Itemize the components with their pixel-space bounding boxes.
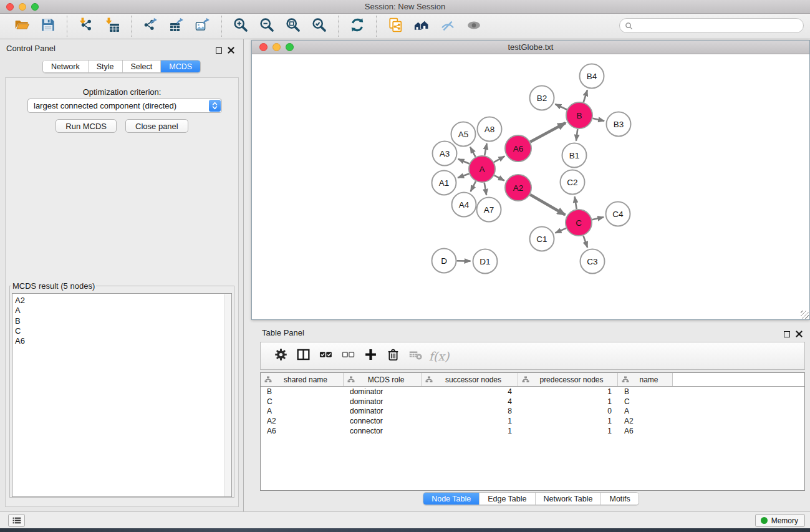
task-history-button[interactable] [8, 514, 25, 527]
edge-B-B1[interactable] [576, 129, 577, 141]
node-C2[interactable]: C2 [561, 170, 585, 195]
hide-panel-button[interactable] [438, 17, 457, 36]
table-row[interactable]: A6connector11A6 [261, 426, 804, 436]
node-B1[interactable]: B1 [562, 143, 587, 168]
network-window-titlebar[interactable]: testGlobe.txt [252, 41, 809, 54]
table-cell[interactable]: 1 [518, 397, 618, 406]
network-close-button[interactable] [259, 43, 268, 51]
node-A[interactable]: A [469, 156, 495, 182]
table-settings-button[interactable] [269, 346, 292, 366]
export-image-button[interactable] [193, 17, 212, 36]
table-cell[interactable]: dominator [344, 407, 422, 415]
node-C4[interactable]: C4 [606, 202, 630, 226]
edge-C-C1[interactable] [556, 228, 566, 233]
node-C1[interactable]: C1 [530, 227, 554, 251]
edge-B-B3[interactable] [593, 118, 605, 121]
import-table-button[interactable] [103, 17, 122, 36]
add-column-button[interactable] [359, 346, 382, 366]
edge-A2-C[interactable] [530, 195, 565, 215]
optimization-criterion-select[interactable]: largest connected component (directed) [27, 99, 222, 113]
search-box[interactable] [619, 18, 804, 33]
table-cell[interactable]: A2 [618, 417, 673, 425]
edge-C-C4[interactable] [592, 217, 604, 220]
tab-edge-table[interactable]: Edge Table [479, 493, 534, 505]
show-panel-button[interactable] [465, 17, 483, 36]
show-columns-button[interactable] [292, 346, 314, 366]
node-B4[interactable]: B4 [580, 64, 604, 89]
open-session-button[interactable] [12, 17, 31, 36]
edge-B-B4[interactable] [584, 90, 587, 102]
mcds-result-item[interactable]: B [12, 316, 231, 326]
table-cell[interactable]: 1 [422, 427, 518, 435]
home-layout-button[interactable] [412, 17, 431, 36]
tab-node-table[interactable]: Node Table [423, 493, 479, 505]
close-table-panel-icon[interactable] [796, 329, 803, 340]
column-header-successor-nodes[interactable]: successor nodes [422, 373, 518, 386]
column-header-shared-name[interactable]: shared name [261, 373, 344, 386]
node-B[interactable]: B [566, 102, 592, 128]
edge-A-A3[interactable] [458, 159, 470, 164]
zoom-out-button[interactable] [258, 17, 276, 36]
node-A1[interactable]: A1 [432, 171, 456, 195]
node-C3[interactable]: C3 [581, 249, 605, 274]
table-cell[interactable]: connector [344, 417, 422, 425]
mcds-result-item[interactable]: A [12, 306, 231, 316]
table-cell[interactable]: 4 [422, 387, 518, 396]
column-header-name[interactable]: name [618, 373, 673, 386]
tab-network[interactable]: Network [43, 60, 88, 72]
zoom-in-button[interactable] [231, 17, 250, 36]
tab-select[interactable]: Select [122, 60, 161, 72]
mcds-result-item[interactable]: A6 [12, 336, 231, 346]
tab-mcds[interactable]: MCDS [160, 60, 200, 72]
close-panel-button[interactable]: Close panel [125, 119, 188, 133]
node-D[interactable]: D [432, 249, 456, 273]
minimize-window-button[interactable] [19, 3, 26, 11]
node-A2[interactable]: A2 [505, 175, 531, 201]
table-cell[interactable]: C [618, 397, 673, 406]
table-row[interactable]: A2connector11A2 [261, 416, 804, 426]
table-cell[interactable]: 0 [518, 407, 618, 415]
deselect-all-columns-button[interactable] [337, 346, 359, 366]
float-panel-icon[interactable] [216, 47, 222, 54]
node-C[interactable]: C [566, 210, 592, 236]
tab-motifs[interactable]: Motifs [600, 493, 638, 505]
table-cell[interactable]: 8 [422, 407, 518, 415]
tab-style[interactable]: Style [88, 60, 122, 72]
table-cell[interactable]: A [261, 407, 344, 415]
node-A5[interactable]: A5 [451, 122, 476, 147]
resize-grip[interactable] [801, 311, 809, 319]
node-B3[interactable]: B3 [607, 112, 631, 137]
close-panel-icon[interactable] [228, 45, 234, 56]
edge-A-A8[interactable] [485, 143, 487, 155]
edge-A-A6[interactable] [494, 156, 504, 162]
refresh-view-button[interactable] [348, 17, 367, 36]
edge-A-A7[interactable] [485, 183, 486, 195]
run-mcds-button[interactable]: Run MCDS [55, 119, 117, 133]
export-table-button[interactable] [167, 17, 186, 36]
import-network-button[interactable] [77, 17, 95, 36]
edge-A-A2[interactable] [494, 175, 504, 180]
maximize-window-button[interactable] [31, 3, 39, 11]
table-cell[interactable]: 1 [518, 427, 618, 435]
edge-B-B2[interactable] [555, 104, 567, 110]
node-A6[interactable]: A6 [505, 135, 531, 162]
network-minimize-button[interactable] [272, 43, 281, 51]
edge-A-A5[interactable] [470, 147, 476, 157]
network-canvas[interactable]: AA1A2A3A4A5A6A7A8BB1B2B3B4CC1C2C3C4DD1 [252, 54, 809, 319]
node-A3[interactable]: A3 [433, 142, 457, 166]
memory-button[interactable]: Memory [755, 514, 805, 527]
table-cell[interactable]: C [261, 397, 344, 406]
table-cell[interactable]: 1 [518, 417, 618, 425]
node-B2[interactable]: B2 [530, 86, 554, 110]
edge-A-A1[interactable] [458, 174, 469, 178]
node-A4[interactable]: A4 [452, 193, 476, 217]
node-A8[interactable]: A8 [478, 117, 502, 142]
export-network-button[interactable] [141, 17, 160, 36]
table-cell[interactable]: B [261, 387, 344, 396]
table-cell[interactable]: 1 [422, 417, 518, 425]
edge-A-A4[interactable] [471, 181, 476, 192]
zoom-fit-button[interactable] [284, 17, 302, 36]
table-cell[interactable]: A [618, 407, 673, 415]
node-D1[interactable]: D1 [473, 249, 498, 274]
network-maximize-button[interactable] [286, 43, 294, 51]
